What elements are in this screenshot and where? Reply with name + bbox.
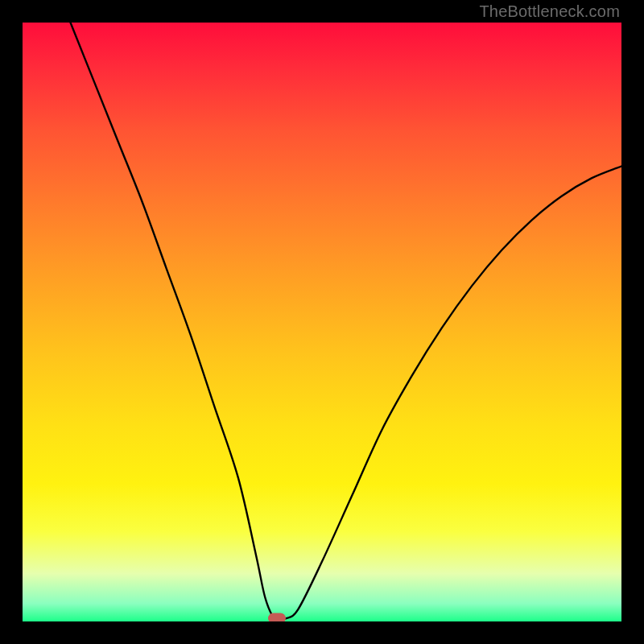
watermark-text: TheBottleneck.com	[479, 2, 620, 21]
chart-frame: TheBottleneck.com	[0, 0, 644, 644]
plot-area	[23, 23, 621, 621]
bottleneck-curve	[23, 23, 621, 621]
minimum-marker	[268, 613, 286, 621]
